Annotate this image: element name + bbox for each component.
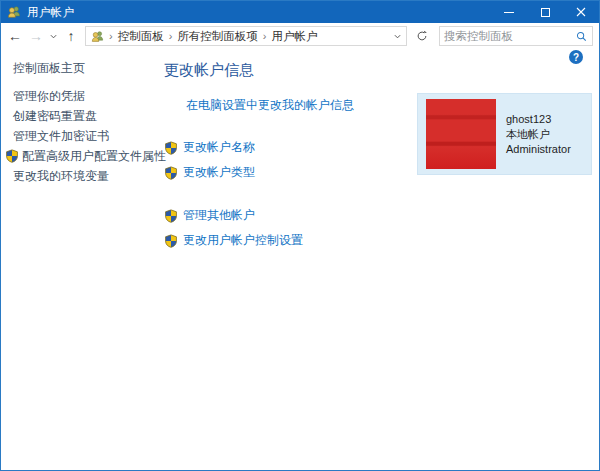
- maximize-icon: [541, 8, 550, 17]
- page-title: 更改帐户信息: [164, 61, 591, 80]
- search-input[interactable]: [440, 30, 576, 42]
- breadcrumb-separator: ›: [169, 30, 173, 42]
- chevron-down-icon: [394, 34, 401, 39]
- maximize-button[interactable]: [527, 1, 563, 23]
- link-change-uac-settings[interactable]: 更改用户帐户控制设置: [164, 232, 303, 249]
- account-role: Administrator: [506, 142, 571, 157]
- sidebar-item-label: 管理你的凭据: [13, 88, 85, 105]
- account-type: 本地帐户: [506, 127, 571, 142]
- sidebar-item-label: 创建密码重置盘: [13, 108, 97, 125]
- link-change-account-info-pc-settings[interactable]: 在电脑设置中更改我的帐户信息: [186, 97, 354, 114]
- link-manage-other-accounts[interactable]: 管理其他帐户: [164, 207, 255, 224]
- sidebar-item-label: 管理文件加密证书: [13, 128, 109, 145]
- sidebar-item-change-environment-variables[interactable]: 更改我的环境变量: [1, 166, 163, 186]
- account-details: ghost123 本地帐户 Administrator: [506, 112, 571, 157]
- uac-shield-icon: [5, 149, 19, 163]
- sidebar-item-label: 配置高级用户配置文件属性: [22, 148, 166, 165]
- uac-shield-icon: [164, 141, 178, 155]
- minimize-button[interactable]: [491, 1, 527, 23]
- link-change-account-name[interactable]: 更改帐户名称: [164, 139, 255, 156]
- close-button[interactable]: [563, 1, 599, 23]
- title-bar: 用户帐户: [1, 1, 599, 23]
- sidebar: 控制面板主页 管理你的凭据 创建密码重置盘 管理文件加密证书 配置高级用户配置文…: [1, 49, 163, 186]
- breadcrumb-separator: ›: [109, 30, 113, 42]
- users-icon: [91, 30, 104, 43]
- task-label: 更改用户帐户控制设置: [183, 232, 303, 249]
- task-label: 更改帐户名称: [183, 139, 255, 156]
- users-icon: [7, 5, 21, 19]
- link-change-account-type[interactable]: 更改帐户类型: [164, 164, 255, 181]
- breadcrumb-user-accounts[interactable]: 用户帐户: [272, 29, 318, 44]
- sidebar-item-advanced-profile-properties[interactable]: 配置高级用户配置文件属性: [1, 146, 163, 166]
- minimize-icon: [504, 12, 514, 13]
- uac-shield-icon: [164, 166, 178, 180]
- account-info-panel: ghost123 本地帐户 Administrator: [417, 93, 592, 175]
- help-button[interactable]: ?: [569, 50, 583, 64]
- back-button[interactable]: ←: [5, 23, 25, 49]
- user-accounts-window: 用户帐户 ← → ↑: [0, 0, 600, 471]
- address-dropdown-button[interactable]: [394, 34, 401, 39]
- close-icon: [576, 7, 586, 17]
- task-label: 更改帐户类型: [183, 164, 255, 181]
- account-name: ghost123: [506, 112, 571, 127]
- up-button[interactable]: ↑: [61, 23, 81, 49]
- search-box: [439, 26, 593, 46]
- sidebar-item-label: 更改我的环境变量: [13, 168, 109, 185]
- breadcrumb-control-panel[interactable]: 控制面板: [118, 29, 164, 44]
- breadcrumb-separator: ›: [263, 30, 267, 42]
- chevron-down-icon: [50, 34, 57, 39]
- forward-button[interactable]: →: [27, 23, 45, 49]
- refresh-button[interactable]: [411, 26, 433, 46]
- account-avatar: [426, 99, 496, 169]
- sidebar-item-label: 控制面板主页: [13, 60, 85, 77]
- navigation-bar: ← → ↑ › 控制面板 › 所有控制面板项 › 用户帐户: [1, 23, 599, 49]
- uac-shield-icon: [164, 234, 178, 248]
- uac-shield-icon: [164, 209, 178, 223]
- breadcrumb-all-items[interactable]: 所有控制面板项: [177, 29, 258, 44]
- sidebar-item-control-panel-home[interactable]: 控制面板主页: [1, 58, 163, 78]
- window-controls: [491, 1, 599, 23]
- refresh-icon: [416, 30, 428, 42]
- sidebar-item-manage-credentials[interactable]: 管理你的凭据: [1, 86, 163, 106]
- task-label: 管理其他帐户: [183, 207, 255, 224]
- search-icon[interactable]: [576, 31, 587, 42]
- sidebar-item-create-password-reset-disk[interactable]: 创建密码重置盘: [1, 106, 163, 126]
- address-bar[interactable]: › 控制面板 › 所有控制面板项 › 用户帐户: [85, 26, 407, 46]
- window-title: 用户帐户: [27, 5, 74, 20]
- history-dropdown-button[interactable]: [47, 23, 59, 49]
- sidebar-item-manage-encryption-certificates[interactable]: 管理文件加密证书: [1, 126, 163, 146]
